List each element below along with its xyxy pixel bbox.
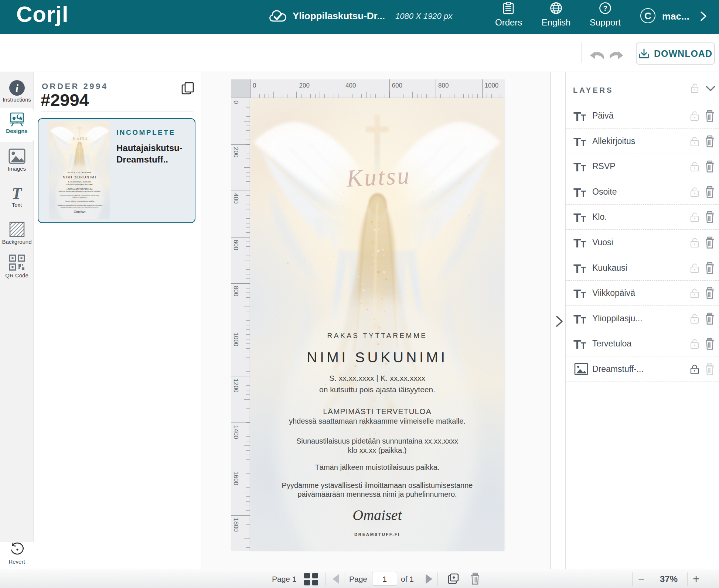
svg-text:i: i (15, 82, 18, 94)
svg-text:?: ? (603, 4, 607, 12)
